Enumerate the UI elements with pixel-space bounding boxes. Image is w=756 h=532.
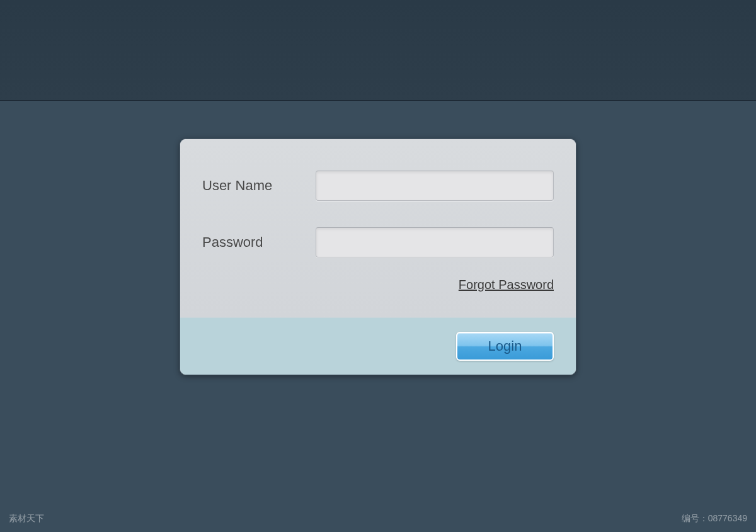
- watermark-left: 素材天下: [9, 513, 44, 524]
- watermark-right: 编号：08776349: [682, 513, 747, 524]
- password-row: Password: [202, 227, 554, 258]
- username-row: User Name: [202, 171, 554, 201]
- main-area: User Name Password Forgot Password Logi: [0, 101, 756, 532]
- forgot-row: Forgot Password: [202, 278, 554, 292]
- password-input-wrap: [316, 227, 554, 258]
- header-bar: [0, 0, 756, 101]
- username-input-wrap: [316, 171, 554, 201]
- login-form-body: User Name Password Forgot Password: [180, 139, 576, 317]
- password-input[interactable]: [316, 227, 554, 258]
- login-button[interactable]: Login: [456, 332, 554, 361]
- password-label: Password: [202, 234, 316, 251]
- login-footer: Login: [180, 317, 576, 375]
- username-input[interactable]: [316, 171, 554, 201]
- username-label: User Name: [202, 178, 316, 194]
- forgot-password-link[interactable]: Forgot Password: [459, 278, 554, 291]
- login-panel: User Name Password Forgot Password Logi: [180, 139, 576, 375]
